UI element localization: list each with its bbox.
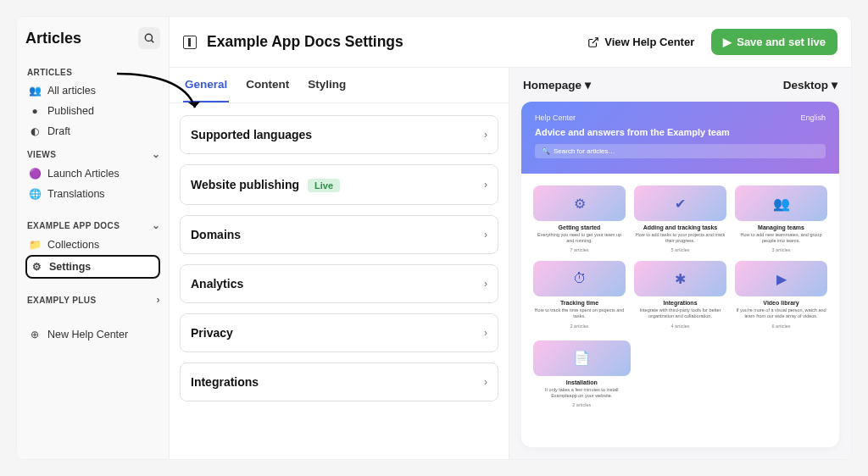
dot-icon: ●: [29, 105, 41, 117]
panel-analytics[interactable]: Analytics›: [180, 264, 498, 303]
preview-card-grid: ⚙Getting startedEverything you need to g…: [521, 174, 839, 340]
preview-card: 👥Managing teamsHow to add new teammates,…: [735, 185, 827, 252]
chevron-right-icon: ›: [484, 179, 487, 191]
panel-privacy[interactable]: Privacy›: [180, 313, 498, 352]
sidebar-item-all-articles[interactable]: 👥All articles: [25, 80, 160, 101]
globe-icon: 🌐: [29, 188, 41, 200]
preview-card: ▶Video libraryIf you're more of a visual…: [735, 261, 827, 328]
chevron-right-icon: ›: [484, 376, 487, 388]
preview-column: Homepage▾ Desktop▾ Help CenterEnglish Ad…: [509, 68, 851, 459]
caret-down-icon: ▾: [832, 78, 837, 91]
preview-view-selector[interactable]: Homepage▾: [523, 78, 591, 91]
preview-card: ⚙Getting startedEverything you need to g…: [533, 185, 626, 252]
sidebar-item-label: Settings: [49, 261, 91, 273]
chevron-right-icon: ›: [157, 294, 160, 306]
sidebar-item-label: Published: [47, 105, 94, 117]
live-badge: Live: [308, 179, 340, 192]
preview-search: 🔍Search for articles…: [535, 144, 826, 158]
sidebar-item-launch-articles[interactable]: 🟣Launch Articles: [25, 163, 160, 184]
app-root: Articles ARTICLES 👥All articles ●Publish…: [17, 17, 851, 459]
panel-domains[interactable]: Domains›: [180, 215, 498, 254]
external-link-icon: [587, 36, 599, 48]
sidebar-item-published[interactable]: ●Published: [25, 101, 160, 121]
sidebar-group-articles: ARTICLES: [27, 68, 160, 77]
sidebar-item-collections[interactable]: 📁Collections: [25, 235, 160, 255]
preview-card: 📄InstallationIt only takes a few minutes…: [533, 340, 631, 407]
search-icon: 🔍: [542, 147, 550, 155]
sidebar-item-label: Translations: [47, 188, 105, 200]
sidebar-item-label: All articles: [47, 85, 96, 97]
plus-circle-icon: ⊕: [29, 329, 41, 340]
sidebar-group-plus[interactable]: EXAMPLY PLUS›: [27, 294, 160, 306]
chevron-right-icon: ›: [484, 278, 487, 290]
clock-icon: ⏱: [533, 261, 626, 296]
folder-icon: 📁: [29, 239, 41, 251]
video-icon: ▶: [735, 261, 827, 296]
preview-brand: Help Center: [535, 113, 576, 122]
integration-icon: ✱: [634, 261, 726, 296]
layout-icon: [183, 36, 197, 49]
tab-content[interactable]: Content: [244, 68, 291, 102]
sidebar-item-translations[interactable]: 🌐Translations: [25, 184, 160, 204]
caret-down-icon: ▾: [585, 78, 591, 91]
main: Example App Docs Settings View Help Cent…: [170, 17, 851, 459]
sidebar-item-label: Launch Articles: [47, 168, 120, 180]
tab-styling[interactable]: Styling: [306, 68, 348, 102]
preview-card: ✔Adding and tracking tasksHow to add tas…: [634, 185, 726, 252]
preview-device-selector[interactable]: Desktop▾: [783, 78, 837, 91]
svg-line-2: [593, 37, 598, 42]
check-icon: ✔: [634, 185, 726, 221]
gears-icon: ⚙: [533, 185, 626, 221]
play-icon: ▶: [723, 36, 732, 48]
view-help-center-link[interactable]: View Help Center: [581, 30, 701, 53]
sidebar-group-views[interactable]: VIEWS⌄: [27, 148, 160, 160]
page-title: Example App Docs Settings: [207, 33, 570, 51]
preview-card: ✱IntegrationsIntegrate with third-party …: [634, 261, 726, 328]
sidebar: Articles ARTICLES 👥All articles ●Publish…: [17, 17, 170, 459]
chevron-down-icon: ⌄: [152, 148, 160, 160]
sidebar-item-label: Draft: [47, 125, 70, 137]
people-icon: 👥: [735, 185, 827, 221]
sidebar-item-label: New Help Center: [47, 329, 128, 340]
search-icon[interactable]: [138, 27, 160, 49]
preview-locale: English: [800, 113, 826, 122]
tab-general[interactable]: General: [183, 68, 229, 102]
half-circle-icon: ◐: [29, 125, 41, 137]
rocket-icon: 🟣: [29, 168, 41, 180]
sidebar-item-settings[interactable]: ⚙Settings: [25, 255, 160, 279]
people-icon: 👥: [29, 85, 41, 97]
panel-integrations[interactable]: Integrations›: [180, 363, 498, 401]
sidebar-title: Articles: [25, 30, 81, 47]
panel-website-publishing[interactable]: Website publishingLive›: [180, 164, 498, 205]
help-center-preview: Help CenterEnglish Advice and answers fr…: [521, 102, 839, 447]
settings-column: General Content Styling Supported langua…: [170, 68, 509, 459]
preview-header: Help CenterEnglish Advice and answers fr…: [521, 102, 839, 174]
tabs: General Content Styling: [170, 68, 509, 103]
svg-point-0: [145, 34, 152, 41]
panel-supported-languages[interactable]: Supported languages›: [180, 115, 498, 154]
doc-icon: 📄: [533, 340, 631, 376]
sidebar-group-docs[interactable]: EXAMPLE APP DOCS⌄: [27, 219, 160, 231]
chevron-down-icon: ⌄: [152, 219, 160, 231]
chevron-right-icon: ›: [484, 129, 487, 141]
settings-panels: Supported languages› Website publishingL…: [170, 103, 509, 413]
header: Example App Docs Settings View Help Cent…: [170, 17, 851, 68]
chevron-right-icon: ›: [484, 229, 487, 241]
chevron-right-icon: ›: [484, 327, 487, 339]
gear-icon: ⚙: [31, 261, 42, 273]
svg-line-1: [152, 41, 154, 43]
sidebar-item-label: Collections: [47, 239, 99, 251]
save-and-set-live-button[interactable]: ▶ Save and set live: [711, 29, 837, 55]
sidebar-item-new-help-center[interactable]: ⊕New Help Center: [25, 324, 160, 345]
preview-headline: Advice and answers from the Examply team: [535, 127, 826, 137]
sidebar-item-draft[interactable]: ◐Draft: [25, 121, 160, 141]
preview-card: ⏱Tracking timeHow to track the time spen…: [533, 261, 626, 328]
